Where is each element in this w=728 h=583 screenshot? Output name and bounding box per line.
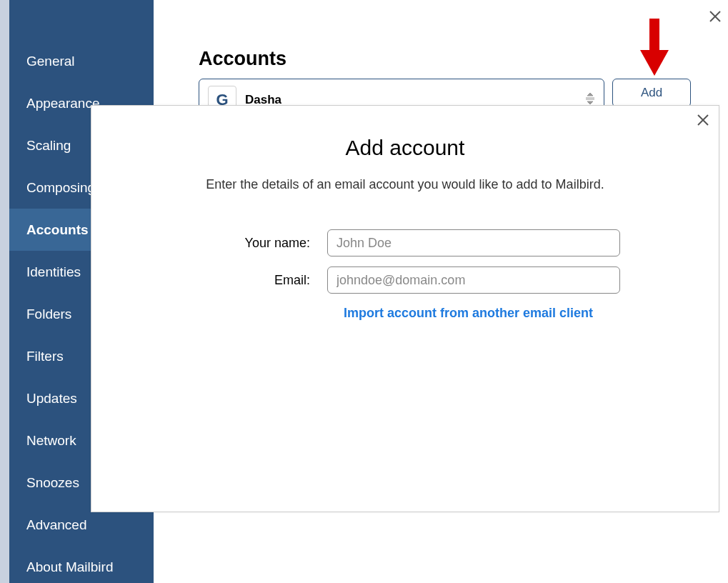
- close-icon: [697, 114, 709, 126]
- email-input[interactable]: [327, 266, 620, 294]
- sidebar-item-label: Filters: [26, 349, 64, 364]
- name-row: Your name:: [91, 229, 719, 256]
- sidebar-item-label: Appearance: [26, 96, 99, 111]
- sidebar-item-general[interactable]: General: [9, 40, 154, 82]
- dialog-close-button[interactable]: [697, 114, 709, 126]
- sidebar-item-label: Accounts: [26, 222, 89, 238]
- sidebar-item-label: General: [26, 54, 75, 69]
- email-label: Email:: [91, 273, 327, 288]
- sidebar-item-label: Scaling: [26, 138, 71, 154]
- sidebar-item-label: Network: [26, 433, 76, 449]
- close-icon: [709, 11, 721, 22]
- sidebar-item-label: Folders: [26, 307, 71, 322]
- sidebar-item-label: About Mailbird: [26, 559, 113, 575]
- email-row: Email:: [91, 266, 719, 294]
- sidebar-item-label: Updates: [26, 391, 77, 407]
- sidebar-item-label: Identities: [26, 264, 81, 280]
- add-account-dialog: Add account Enter the details of an emai…: [91, 105, 719, 512]
- sidebar-item-label: Snoozes: [26, 475, 79, 491]
- name-input[interactable]: [327, 229, 620, 256]
- sidebar-item-label: Advanced: [26, 517, 87, 533]
- window-close-button[interactable]: [709, 11, 721, 22]
- dialog-title: Add account: [91, 136, 719, 160]
- import-account-link[interactable]: Import account from another email client: [344, 306, 593, 321]
- page-title: Accounts: [199, 48, 286, 70]
- name-label: Your name:: [91, 236, 327, 251]
- add-button-label: Add: [641, 86, 662, 100]
- sidebar-item-about-mailbird[interactable]: About Mailbird: [9, 546, 154, 583]
- add-account-button[interactable]: Add: [612, 79, 691, 107]
- dialog-subtitle: Enter the details of an email account yo…: [91, 177, 719, 192]
- sidebar-item-label: Composing: [26, 180, 95, 196]
- window-gutter: [0, 0, 9, 583]
